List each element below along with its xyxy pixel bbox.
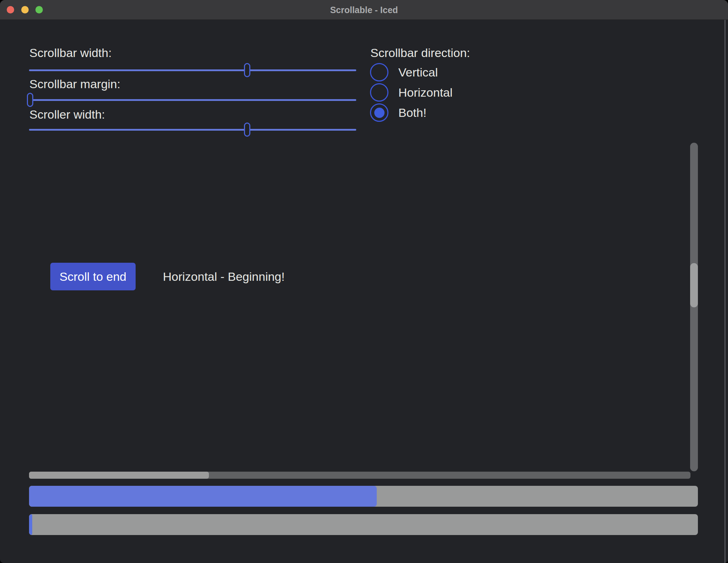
- horizontal-scrollbar[interactable]: [29, 472, 690, 479]
- slider-rail[interactable]: [29, 99, 356, 101]
- radio-circle-icon[interactable]: [370, 83, 388, 102]
- slider-handle[interactable]: [244, 63, 250, 77]
- scroller-width-label: Scroller width:: [29, 108, 105, 121]
- radio-both[interactable]: Both!: [370, 102, 426, 123]
- scroll-status-text: Horizontal - Beginning!: [163, 263, 285, 290]
- radio-dot-icon: [374, 108, 385, 118]
- slider-handle[interactable]: [27, 93, 33, 107]
- vertical-scrollbar[interactable]: [690, 143, 698, 471]
- radio-horizontal[interactable]: Horizontal: [370, 82, 453, 103]
- slider-rail[interactable]: [29, 129, 356, 131]
- window-title: Scrollable - Iced: [0, 0, 728, 20]
- radio-circle-icon[interactable]: [370, 103, 388, 122]
- progress-fill: [29, 486, 377, 507]
- radio-circle-icon[interactable]: [370, 63, 388, 81]
- progress-fill: [29, 514, 32, 535]
- horizontal-progress-bar: [29, 486, 698, 507]
- radio-label[interactable]: Horizontal: [398, 86, 453, 99]
- scrollbar-width-label: Scrollbar width:: [29, 46, 112, 60]
- window-right-border: [724, 20, 726, 563]
- app-window: Scrollable - Iced Scrollbar width: Scrol…: [0, 0, 728, 563]
- vertical-scrollbar-thumb[interactable]: [690, 263, 698, 307]
- scrollbar-margin-label: Scrollbar margin:: [29, 77, 120, 91]
- radio-vertical[interactable]: Vertical: [370, 62, 438, 83]
- slider-handle[interactable]: [244, 123, 250, 137]
- scroller-width-slider[interactable]: [29, 123, 356, 137]
- scrollbar-direction-label: Scrollbar direction:: [370, 46, 470, 60]
- vertical-progress-bar: [29, 514, 698, 535]
- title-bar: Scrollable - Iced: [0, 0, 728, 20]
- scroll-to-end-button[interactable]: Scroll to end: [50, 263, 136, 290]
- radio-label[interactable]: Both!: [398, 106, 426, 120]
- scrollbar-margin-slider[interactable]: [29, 93, 356, 107]
- slider-rail[interactable]: [29, 69, 356, 71]
- horizontal-scrollbar-thumb[interactable]: [29, 472, 209, 479]
- scrollbar-width-slider[interactable]: [29, 63, 356, 77]
- radio-label[interactable]: Vertical: [398, 66, 438, 79]
